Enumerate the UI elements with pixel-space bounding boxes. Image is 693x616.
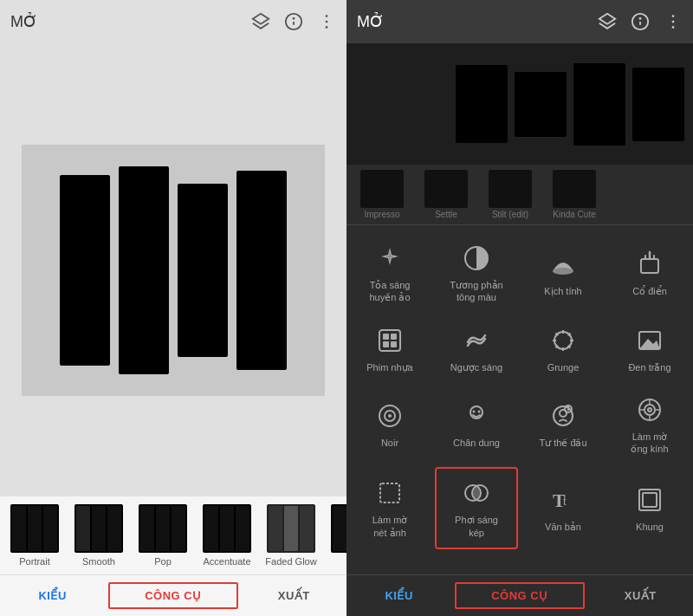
lam-mo-ong-kinh-icon — [634, 394, 665, 425]
svg-point-43 — [478, 411, 481, 413]
right-canvas-bar-3 — [573, 63, 625, 146]
svg-point-4 — [326, 15, 328, 17]
lam-mo-net-anh-label: Làm mờnét ảnh — [372, 514, 408, 539]
right-top-bar: MỞ — [346, 0, 693, 43]
svg-marker-15 — [385, 251, 395, 262]
co-dien-icon — [634, 249, 665, 280]
right-canvas-area — [346, 43, 693, 165]
info-icon[interactable] — [284, 12, 303, 31]
canvas-bar-4 — [236, 171, 287, 370]
tool-toa-sang[interactable]: Tỏa sánghuyền ảo — [346, 232, 433, 314]
filter-portrait[interactable]: Portrait — [3, 504, 66, 567]
svg-point-5 — [326, 21, 328, 23]
right-canvas-bar-1 — [456, 65, 508, 143]
kich-tinh-label: Kịch tính — [544, 285, 581, 297]
svg-rect-56 — [380, 483, 399, 503]
filter-label-accentuate: Accentuate — [203, 556, 250, 567]
tool-kich-tinh[interactable]: Kịch tính — [520, 232, 606, 314]
left-toolbar-icons — [251, 12, 336, 31]
tu-the-dau-label: Tư thế đầu — [539, 437, 586, 449]
phim-nhua-icon — [374, 325, 405, 356]
more-icon[interactable] — [317, 12, 336, 31]
right-toolbar-icons — [598, 12, 683, 31]
filter-impresso[interactable]: Impresso — [352, 170, 412, 219]
filter-accentuate[interactable]: Accentuate — [196, 504, 258, 567]
tab-cong-cu-right[interactable]: CÔNG CỤ — [455, 582, 584, 609]
khung-icon — [634, 484, 665, 515]
svg-text:t: t — [563, 495, 567, 508]
filter-smooth[interactable]: Smooth — [68, 504, 130, 567]
tool-phim-nhua[interactable]: Phim nhựa — [346, 314, 433, 384]
filter-thumb-faded-glow — [267, 504, 315, 553]
svg-point-17 — [553, 268, 573, 275]
left-top-bar: MỞ — [0, 0, 346, 43]
noir-label: Noir — [381, 437, 398, 449]
tool-nguoc-sang[interactable]: Ngược sáng — [433, 314, 520, 384]
phim-nhua-label: Phim nhựa — [366, 361, 412, 373]
left-canvas — [22, 145, 325, 396]
filter-m[interactable]: M — [324, 504, 346, 567]
left-canvas-area — [0, 43, 346, 496]
svg-rect-62 — [643, 493, 657, 507]
tool-lam-mo-net-anh[interactable]: Làm mờnét ảnh — [346, 465, 433, 551]
tool-den-trang[interactable]: Đen trắng — [606, 314, 693, 384]
info-icon-right[interactable] — [631, 12, 650, 31]
tool-tuong-phan[interactable]: Tương phảntông màu — [433, 232, 520, 314]
right-canvas-bar-2 — [515, 72, 567, 137]
tool-noir[interactable]: Noir — [346, 384, 433, 466]
van-ban-label: Văn bản — [545, 521, 581, 533]
tab-kieu-left[interactable]: KIỂU — [0, 580, 105, 611]
tool-khung[interactable]: Khung — [606, 465, 693, 551]
tool-tu-the-dau[interactable]: Tư thế đầu — [520, 384, 606, 466]
tab-kieu-right[interactable]: KIỂU — [346, 580, 451, 611]
svg-rect-25 — [383, 341, 389, 347]
filter-kinda-cute[interactable]: Kinda Cute — [544, 170, 605, 219]
right-panel: MỞ — [346, 0, 693, 616]
filter-label-smooth: Smooth — [82, 556, 115, 567]
svg-point-51 — [648, 408, 651, 412]
filter-label-impresso: Impresso — [364, 210, 399, 219]
tool-co-dien[interactable]: Cổ điển — [606, 232, 693, 314]
filter-faded-glow[interactable]: Faded Glow — [260, 504, 322, 567]
more-icon-right[interactable] — [664, 12, 683, 31]
nguoc-sang-label: Ngược sáng — [450, 361, 502, 373]
filter-thumb-pop — [139, 504, 187, 553]
tool-chan-dung[interactable]: Chân dung — [433, 384, 520, 466]
filter-thumb-accentuate — [203, 504, 251, 553]
layers-icon[interactable] — [251, 12, 270, 31]
svg-marker-7 — [599, 14, 615, 24]
layers-icon-right[interactable] — [598, 12, 617, 31]
tab-xuat-left[interactable]: XUẤT — [242, 580, 346, 611]
tool-van-ban[interactable]: T t Văn bản — [520, 465, 606, 551]
left-title-area: MỞ — [10, 12, 37, 31]
filter-thumb-kinda-cute — [553, 170, 596, 208]
svg-point-12 — [672, 21, 675, 23]
canvas-bar-2 — [119, 166, 169, 374]
filter-label-kinda-cute: Kinda Cute — [553, 210, 595, 219]
filter-thumb-smooth — [74, 504, 123, 553]
tab-cong-cu-left[interactable]: CÔNG CỤ — [108, 582, 237, 609]
phoi-sang-kep-label: Phơi sángkép — [455, 514, 498, 539]
left-panel: MỞ — [0, 0, 346, 616]
co-dien-label: Cổ điển — [632, 285, 667, 297]
canvas-bar-3 — [178, 184, 228, 357]
svg-point-40 — [388, 414, 392, 418]
filter-settle[interactable]: Settle — [416, 170, 476, 219]
left-filter-strip: Portrait Smooth Pop Accentuat — [0, 496, 346, 574]
svg-rect-23 — [383, 334, 389, 340]
filter-stilt[interactable]: Stilt (edit) — [480, 170, 541, 219]
left-app-title: MỞ — [10, 12, 37, 31]
tool-grunge[interactable]: Grunge — [520, 314, 606, 384]
van-ban-icon: T t — [547, 484, 579, 515]
right-title-area: MỞ — [357, 12, 384, 31]
canvas-bar-1 — [60, 175, 110, 366]
tool-phoi-sang-kep[interactable]: Phơi sángkép — [435, 467, 518, 549]
filter-pop[interactable]: Pop — [132, 504, 194, 567]
phoi-sang-kep-icon — [461, 477, 492, 509]
svg-point-6 — [326, 26, 328, 29]
svg-rect-26 — [391, 341, 397, 347]
tab-xuat-right[interactable]: XUẤT — [588, 580, 693, 611]
tool-lam-mo-ong-kinh[interactable]: Làm mờống kính — [606, 384, 693, 466]
svg-point-50 — [644, 405, 655, 415]
chan-dung-icon — [461, 400, 492, 431]
